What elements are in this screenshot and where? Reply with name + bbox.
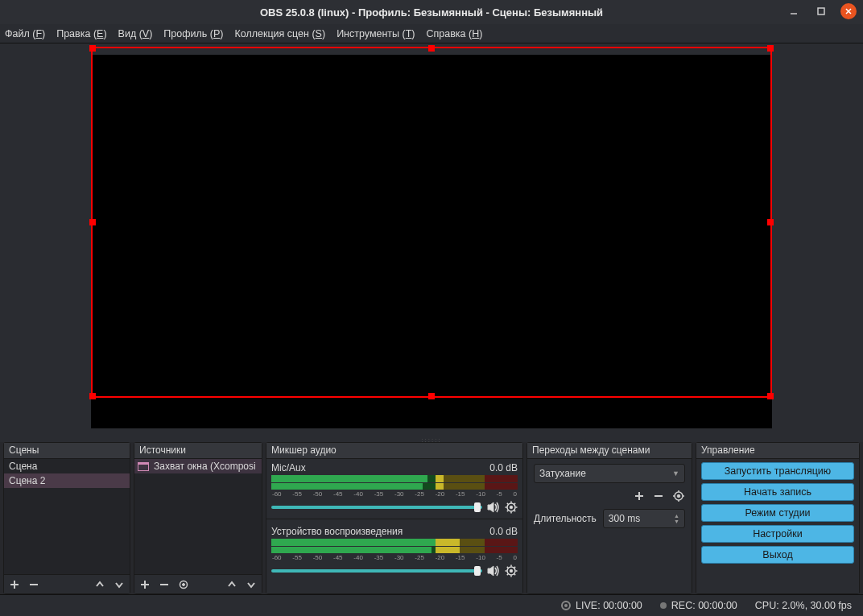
add-transition-button[interactable] (634, 490, 645, 502)
live-status: LIVE: 00:00:00 (561, 600, 642, 611)
channel-name: Mic/Aux (271, 462, 306, 473)
volume-slider[interactable] (271, 569, 482, 573)
menu-help[interactable]: Справка (H) (427, 28, 483, 39)
scenes-header[interactable]: Сцены (4, 443, 130, 459)
record-icon (660, 602, 667, 609)
svg-line-33 (514, 567, 515, 568)
statusbar: LIVE: 00:00:00 REC: 00:00:00 CPU: 2.0%, … (0, 594, 863, 616)
duration-input[interactable]: 300 ms ▲▼ (603, 509, 685, 528)
svg-line-21 (507, 511, 508, 511)
source-label: Захват окна (Xcomposi (154, 461, 256, 472)
broadcast-icon (561, 601, 571, 610)
sources-header[interactable]: Источники (134, 443, 262, 459)
menubar: Файл (F) Правка (E) Вид (V) Профиль (P) … (0, 24, 863, 43)
resize-handle-tr[interactable] (767, 45, 774, 52)
resize-handle-mr[interactable] (767, 219, 774, 225)
menu-edit[interactable]: Правка (E) (56, 28, 106, 39)
svg-rect-1 (818, 8, 824, 14)
start-streaming-button[interactable]: Запустить трансляцию (701, 462, 854, 480)
preview-area[interactable] (0, 43, 863, 438)
menu-view[interactable]: Вид (V) (118, 28, 153, 39)
scenes-dock: Сцены Сцена Сцена 2 (3, 442, 130, 594)
docks: Сцены Сцена Сцена 2 Источники Захват окн… (0, 442, 863, 594)
resize-handle-ml[interactable] (89, 219, 96, 225)
transitions-body: Затухание ▼ Длительность 300 ms ▲▼ (527, 459, 692, 593)
speaker-icon[interactable] (487, 565, 500, 577)
svg-marker-23 (488, 566, 493, 576)
transition-current: Затухание (539, 468, 586, 479)
move-scene-down-button[interactable] (114, 579, 125, 590)
svg-point-14 (510, 506, 513, 509)
window-capture-icon (138, 462, 149, 471)
resize-handle-bm[interactable] (428, 393, 435, 399)
add-source-button[interactable] (139, 579, 151, 590)
cpu-status: CPU: 2.0%, 30.00 fps (755, 600, 852, 611)
mixer-header[interactable]: Микшер аудио (266, 443, 522, 459)
remove-transition-button[interactable] (653, 490, 664, 502)
duration-label: Длительность (534, 513, 597, 524)
controls-dock: Управление Запустить трансляцию Начать з… (696, 442, 860, 594)
meter-ticks: -60-55-50-45-40-35-30-25-20-15-10-50 (271, 490, 518, 498)
menu-tools[interactable]: Инструменты (T) (337, 28, 415, 39)
close-button[interactable] (840, 3, 857, 19)
channel-name: Устройство воспроизведения (271, 526, 403, 537)
speaker-icon[interactable] (487, 502, 500, 513)
mixer-channel: Mic/Aux0.0 dB-60-55-50-45-40-35-30-25-20… (266, 459, 522, 515)
resize-handle-tm[interactable] (428, 45, 435, 52)
titlebar: OBS 25.0.8 (linux) - Профиль: Безымянный… (0, 0, 863, 24)
menu-profile[interactable]: Профиль (P) (163, 28, 223, 39)
settings-button[interactable]: Настройки (701, 525, 854, 543)
svg-line-22 (514, 503, 515, 504)
scene-item[interactable]: Сцена (4, 459, 130, 473)
rec-status: REC: 00:00:00 (660, 600, 737, 611)
svg-line-19 (507, 503, 508, 504)
start-recording-button[interactable]: Начать запись (701, 483, 854, 501)
controls-header[interactable]: Управление (696, 443, 859, 459)
transition-select[interactable]: Затухание ▼ (534, 464, 685, 483)
source-item[interactable]: Захват окна (Xcomposi (134, 459, 262, 473)
gear-icon[interactable] (505, 564, 518, 577)
spin-arrows-icon[interactable]: ▲▼ (674, 513, 679, 524)
scene-item[interactable]: Сцена 2 (4, 473, 130, 488)
channel-db: 0.0 dB (489, 462, 518, 473)
remove-scene-button[interactable] (28, 579, 39, 590)
maximize-button[interactable] (813, 3, 829, 19)
svg-line-20 (514, 511, 515, 511)
sources-list[interactable]: Захват окна (Xcomposi (134, 459, 262, 574)
volume-slider[interactable] (271, 506, 482, 509)
scenes-list[interactable]: Сцена Сцена 2 (4, 459, 130, 574)
move-source-up-button[interactable] (226, 579, 237, 590)
mixer-channel: Устройство воспроизведения0.0 dB-60-55-5… (266, 523, 522, 579)
studio-mode-button[interactable]: Режим студии (701, 504, 854, 522)
sources-dock: Источники Захват окна (Xcomposi (134, 442, 262, 594)
audio-meter (271, 539, 518, 553)
transitions-header[interactable]: Переходы между сценами (527, 443, 692, 459)
window-title: OBS 25.0.8 (linux) - Профиль: Безымянный… (260, 6, 603, 19)
svg-line-31 (514, 574, 515, 575)
svg-marker-12 (488, 502, 493, 512)
controls-body: Запустить трансляцию Начать запись Режим… (696, 459, 859, 593)
resize-handle-br[interactable] (767, 393, 774, 399)
move-scene-up-button[interactable] (94, 579, 105, 590)
mixer-body: Mic/Aux0.0 dB-60-55-50-45-40-35-30-25-20… (266, 459, 522, 593)
minimize-button[interactable] (786, 3, 802, 19)
resize-handle-bl[interactable] (89, 393, 96, 399)
menu-file[interactable]: Файл (F) (5, 28, 45, 39)
exit-button[interactable]: Выход (701, 546, 854, 564)
audio-mixer-dock: Микшер аудио Mic/Aux0.0 dB-60-55-50-45-4… (266, 442, 523, 594)
svg-line-30 (507, 567, 508, 568)
remove-source-button[interactable] (159, 579, 170, 590)
gear-icon[interactable] (505, 501, 518, 514)
add-scene-button[interactable] (9, 579, 20, 590)
transitions-dock: Переходы между сценами Затухание ▼ Длите… (526, 442, 692, 594)
menu-scene-collection[interactable]: Коллекция сцен (S) (234, 28, 325, 39)
move-source-down-button[interactable] (246, 579, 257, 590)
svg-point-38 (677, 494, 680, 498)
duration-value: 300 ms (609, 513, 640, 524)
transition-properties-button[interactable] (672, 490, 685, 502)
resize-handle-tl[interactable] (89, 45, 96, 52)
source-properties-button[interactable] (178, 579, 189, 590)
audio-meter (271, 475, 518, 490)
selection-outline[interactable] (91, 47, 772, 398)
meter-ticks: -60-55-50-45-40-35-30-25-20-15-10-50 (271, 554, 518, 561)
